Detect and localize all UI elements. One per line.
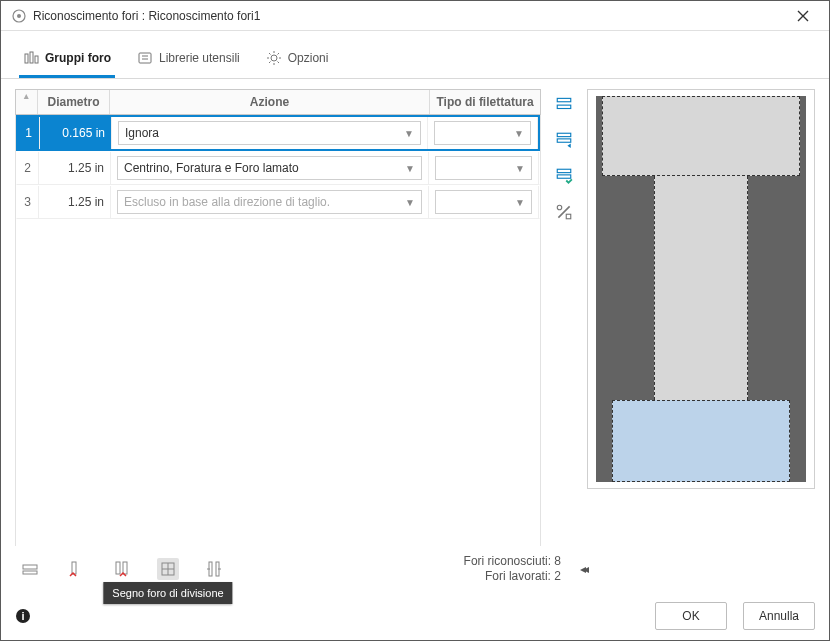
cell-filettatura: ▼ (428, 117, 538, 149)
footer-right: ◂◂ (571, 562, 811, 576)
azione-value: Escluso in base alla direzione di taglio… (124, 195, 330, 209)
preview-hole-top (602, 96, 800, 176)
tool-library-icon (137, 50, 153, 66)
chevron-down-icon: ▼ (404, 128, 414, 139)
filter-3-button[interactable] (555, 167, 573, 185)
svg-rect-4 (35, 56, 38, 63)
svg-rect-7 (557, 98, 571, 101)
svg-text:i: i (21, 610, 24, 622)
filettatura-dropdown[interactable]: ▼ (435, 190, 532, 214)
ok-button[interactable]: OK (655, 602, 727, 630)
footer-tool-buttons: Segno foro di divisione (19, 558, 225, 580)
app-icon (11, 8, 27, 24)
footer-status: Fori riconosciuti: 8 Fori lavorati: 2 (464, 554, 561, 584)
svg-rect-8 (557, 105, 571, 108)
rewind-icon: ◂◂ (580, 562, 586, 576)
cell-filettatura: ▼ (429, 186, 539, 218)
svg-rect-9 (557, 133, 571, 136)
svg-point-1 (17, 14, 21, 18)
chevron-down-icon: ▼ (515, 197, 525, 208)
svg-rect-10 (557, 139, 571, 142)
status-machined-value: 2 (554, 569, 561, 583)
side-toolbar (551, 89, 577, 546)
table-body: 1 0.165 in Ignora ▼ ▼ (15, 115, 541, 546)
footer-toolbar: Segno foro di divisione Fori riconosciut… (1, 546, 829, 592)
cell-rownum: 3 (17, 186, 39, 218)
svg-rect-2 (25, 54, 28, 63)
table-row[interactable]: 3 1.25 in Escluso in base alla direzione… (16, 185, 540, 219)
tabs: Gruppi foro Librerie utensili Opzioni (1, 31, 829, 79)
chevron-down-icon: ▼ (514, 128, 524, 139)
chevron-down-icon: ▼ (405, 197, 415, 208)
tool-mark-split-button[interactable]: Segno foro di divisione (157, 558, 179, 580)
hole-groups-table: ▴ Diametro Azione Tipo di filettatura 1 … (15, 89, 541, 546)
table-row[interactable]: 2 1.25 in Centrino, Foratura e Foro lama… (16, 151, 540, 185)
svg-rect-12 (557, 175, 571, 178)
tool-measure-button[interactable] (203, 558, 225, 580)
table-header-row: ▴ Diametro Azione Tipo di filettatura (15, 89, 541, 115)
svg-rect-17 (72, 562, 76, 574)
header-filettatura[interactable]: Tipo di filettatura (430, 90, 540, 114)
tooltip: Segno foro di divisione (103, 582, 232, 604)
window-title: Riconoscimento fori : Riconoscimento for… (33, 9, 787, 23)
cell-diametro: 0.165 in (40, 117, 112, 149)
tool-col2-button[interactable] (111, 558, 133, 580)
table-row[interactable]: 1 0.165 in Ignora ▼ ▼ (16, 115, 540, 151)
preview-pane (587, 89, 815, 489)
cell-diametro: 1.25 in (39, 152, 111, 184)
preview-canvas (596, 96, 806, 482)
tool-col1-button[interactable] (65, 558, 87, 580)
svg-rect-14 (566, 214, 571, 219)
preview-hole-stem (654, 176, 748, 400)
filettatura-dropdown[interactable]: ▼ (434, 121, 531, 145)
tab-options[interactable]: Opzioni (262, 41, 333, 78)
cell-rownum: 1 (18, 117, 40, 149)
cell-azione: Escluso in base alla direzione di taglio… (111, 186, 429, 218)
header-azione[interactable]: Azione (110, 90, 430, 114)
cell-azione: Centrino, Foratura e Foro lamato ▼ (111, 152, 429, 184)
cell-azione: Ignora ▼ (112, 117, 428, 149)
filter-1-button[interactable] (555, 95, 573, 113)
body: ▴ Diametro Azione Tipo di filettatura 1 … (1, 79, 829, 546)
header-diametro[interactable]: Diametro (38, 90, 110, 114)
status-machined-label: Fori lavorati: (485, 569, 551, 583)
svg-rect-18 (116, 562, 120, 574)
cancel-button[interactable]: Annulla (743, 602, 815, 630)
svg-rect-11 (557, 169, 571, 172)
azione-dropdown[interactable]: Escluso in base alla direzione di taglio… (117, 190, 422, 214)
tab-label: Gruppi foro (45, 51, 111, 65)
tab-hole-groups[interactable]: Gruppi foro (19, 41, 115, 78)
dialog-window: Riconoscimento fori : Riconoscimento for… (0, 0, 830, 641)
filter-2-button[interactable] (555, 131, 573, 149)
svg-point-13 (557, 205, 562, 210)
azione-dropdown[interactable]: Ignora ▼ (118, 121, 421, 145)
close-button[interactable] (787, 1, 819, 31)
tab-label: Librerie utensili (159, 51, 240, 65)
svg-rect-16 (23, 571, 37, 574)
cell-filettatura: ▼ (429, 152, 539, 184)
svg-rect-5 (139, 53, 151, 63)
holes-group-icon (23, 50, 39, 66)
titlebar: Riconoscimento fori : Riconoscimento for… (1, 1, 829, 31)
azione-value: Ignora (125, 126, 159, 140)
filettatura-dropdown[interactable]: ▼ (435, 156, 532, 180)
azione-dropdown[interactable]: Centrino, Foratura e Foro lamato ▼ (117, 156, 422, 180)
tab-label: Opzioni (288, 51, 329, 65)
svg-rect-3 (30, 52, 33, 63)
svg-rect-15 (23, 565, 37, 569)
cell-rownum: 2 (17, 152, 39, 184)
azione-value: Centrino, Foratura e Foro lamato (124, 161, 299, 175)
chevron-down-icon: ▼ (405, 163, 415, 174)
info-icon[interactable]: i (15, 608, 31, 624)
gear-icon (266, 50, 282, 66)
cell-diametro: 1.25 in (39, 186, 111, 218)
svg-point-6 (271, 55, 277, 61)
tab-tool-libraries[interactable]: Librerie utensili (133, 41, 244, 78)
tool-split-button[interactable] (19, 558, 41, 580)
rewind-button[interactable]: ◂◂ (571, 562, 595, 576)
svg-rect-19 (123, 562, 127, 574)
chevron-down-icon: ▼ (515, 163, 525, 174)
percent-button[interactable] (555, 203, 573, 221)
header-rownum[interactable]: ▴ (16, 90, 38, 114)
status-recognized-label: Fori riconosciuti: (464, 554, 551, 568)
